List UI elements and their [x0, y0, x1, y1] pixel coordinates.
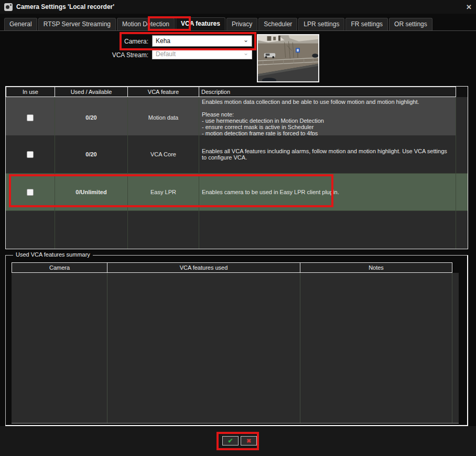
tab-general[interactable]: General — [4, 18, 37, 30]
table-row-easy-lpr[interactable]: 0/Unlimited Easy LPR Enables camera to b… — [6, 174, 468, 211]
column-header-used-available: Used / Available — [55, 87, 128, 97]
column-header-description: Description — [199, 87, 456, 97]
camera-preview-scene — [258, 35, 318, 81]
row-scrollbar-strip — [456, 174, 468, 210]
close-icon[interactable]: ✕ — [466, 3, 472, 11]
ok-button[interactable]: ✔ — [222, 436, 239, 446]
table-row-vca-core[interactable]: 0/20 VCA Core Enables all VCA features i… — [6, 135, 468, 174]
title-bar: Camera Settings 'Local recorder' ✕ — [0, 0, 476, 14]
tab-lpr-settings[interactable]: LPR settings — [298, 18, 344, 30]
column-header-camera: Camera — [12, 262, 107, 273]
table-row-motion-data[interactable]: 0/20 Motion data Enables motion data col… — [6, 97, 468, 135]
table-row-empty — [6, 211, 468, 249]
tab-scheduler[interactable]: Scheduler — [258, 18, 297, 30]
used-available-value: 0/Unlimited — [55, 174, 128, 210]
camera-select-value: Keha — [156, 37, 170, 45]
camera-select[interactable]: Keha ⌄ — [152, 35, 252, 47]
cross-icon: ✖ — [246, 438, 251, 444]
column-header-in-use: In use — [6, 87, 55, 97]
used-available-value: 0/20 — [55, 135, 128, 173]
tab-vca-features[interactable]: VCA features — [176, 17, 225, 30]
dialog-button-row: ✔ ✖ — [222, 436, 257, 446]
feature-description: Enables camera to be used in Easy LPR cl… — [199, 174, 456, 210]
feature-description: Enables motion data collection and be ab… — [199, 97, 456, 138]
vca-feature-name: Motion data — [128, 97, 199, 138]
tab-or-settings[interactable]: OR settings — [389, 18, 432, 30]
header-scrollbar-strip — [452, 262, 459, 273]
camera-settings-window: Camera Settings 'Local recorder' ✕ Gener… — [0, 0, 476, 456]
summary-table: Camera VCA features used Notes — [12, 262, 459, 423]
checkmark-icon: ✔ — [228, 438, 233, 444]
column-header-notes: Notes — [300, 262, 452, 273]
row-scrollbar-strip — [456, 97, 468, 138]
vca-feature-name: VCA Core — [128, 135, 199, 173]
vca-stream-select-value: Default — [156, 50, 176, 58]
vca-features-table: In use Used / Available VCA feature Desc… — [5, 86, 468, 249]
tab-bar: General RTSP Server Streaming Motion Det… — [0, 18, 476, 31]
tab-motion-detection[interactable]: Motion Detection — [117, 18, 175, 30]
dialog-footer: ✔ ✖ — [0, 426, 476, 456]
cancel-button[interactable]: ✖ — [241, 436, 257, 446]
feature-description: Enables all VCA features including alarm… — [199, 135, 456, 173]
column-header-vca-feature: VCA feature — [128, 87, 199, 97]
vca-stream-label: VCA Stream: — [104, 51, 148, 59]
vca-features-table-header: In use Used / Available VCA feature Desc… — [6, 87, 468, 97]
summary-table-body-empty — [12, 273, 459, 423]
tab-fr-settings[interactable]: FR settings — [345, 18, 388, 30]
in-use-checkbox-vca-core[interactable] — [27, 151, 34, 158]
used-available-value: 0/20 — [55, 97, 128, 138]
used-vca-features-summary-group: Used VCA features summary Camera VCA fea… — [5, 255, 468, 426]
in-use-checkbox-motion-data[interactable] — [27, 114, 34, 121]
vca-feature-name: Easy LPR — [128, 174, 199, 210]
tab-privacy[interactable]: Privacy — [226, 18, 257, 30]
camera-preview-image — [257, 34, 319, 82]
window-title: Camera Settings 'Local recorder' — [16, 3, 114, 10]
header-scrollbar-strip — [456, 87, 468, 97]
summary-group-title: Used VCA features summary — [13, 251, 93, 258]
column-header-vca-features-used: VCA features used — [107, 262, 300, 273]
summary-table-header: Camera VCA features used Notes — [12, 262, 459, 273]
tab-rtsp-server-streaming[interactable]: RTSP Server Streaming — [38, 18, 116, 30]
camera-app-icon — [4, 3, 13, 11]
vca-stream-select[interactable]: Default ⌄ — [152, 49, 252, 59]
camera-label: Camera: — [104, 38, 148, 45]
in-use-checkbox-easy-lpr[interactable] — [27, 189, 34, 196]
row-scrollbar-strip — [456, 135, 468, 173]
